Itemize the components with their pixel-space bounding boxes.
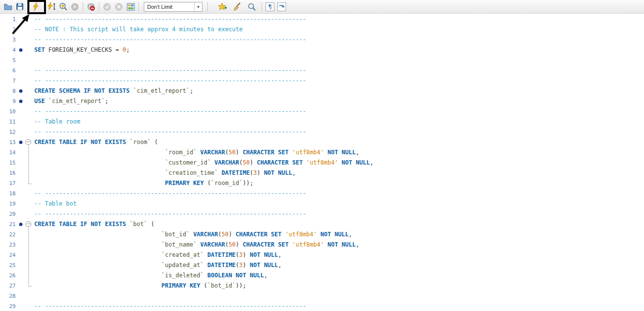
row-limit-dropdown[interactable]: Don't Limit ▾ [144,2,202,12]
code-line: 11-- Table room [0,117,644,127]
line-number: 1 [0,14,18,24]
code-text: USE `cim_etl_report`; [34,96,644,106]
code-token: CHARACTER SET [257,159,303,166]
code-text: -- -------------------------------------… [34,14,644,24]
line-number: 15 [0,158,18,168]
code-token [197,149,200,156]
fold-column [24,188,34,199]
code-line: 16 `creation_time` DATETIME(3) NOT NULL, [0,168,644,178]
fold-collapse-icon[interactable]: − [25,221,31,227]
gutter-marker-column [18,106,24,117]
code-token: CHARACTER SET [243,149,289,156]
code-token: ) [243,262,249,269]
code-token: NOT NULL [320,231,349,238]
execute-statement-button[interactable] [45,1,57,13]
gutter-marker-column [18,301,24,311]
commit-check-icon [103,3,111,11]
code-token: `created_at` [161,251,204,258]
code-text: -- -------------------------------------… [34,106,644,117]
sql-editor[interactable]: 1-- ------------------------------------… [0,14,644,311]
code-token: , [356,149,359,156]
execute-script-button[interactable] [30,1,42,13]
execute-statement-icon [47,2,56,11]
code-token [282,231,285,238]
code-token: `bot_id` [161,231,190,238]
code-token: NOT NULL [236,272,264,279]
code-token: ) [257,169,264,176]
toggle-invisibles-button[interactable]: ¶ [264,1,276,13]
line-number: 12 [0,127,18,137]
explain-magnifier-lightning-icon [59,2,67,11]
commit-button[interactable] [101,1,113,13]
code-line: 23 `bot_name` VARCHAR(50) CHARACTER SET … [0,240,644,250]
fold-column [24,55,34,65]
fold-column [24,250,34,260]
code-line: 29-- -----------------------------------… [0,301,644,311]
beautify-button[interactable] [231,1,243,13]
line-number: 22 [0,229,18,240]
code-token: -- -------------------------------------… [34,36,306,43]
line-number: 7 [0,76,18,86]
toggle-autocommit-button[interactable] [125,1,136,13]
code-token: SET [34,46,45,53]
code-text: -- -------------------------------------… [34,65,644,76]
code-line: 6-- ------------------------------------… [0,65,644,76]
rollback-button[interactable] [113,1,125,13]
code-token: , [292,169,295,176]
stop-execution-button[interactable] [69,1,81,13]
code-line: 26 `is_deleted` BOOLEAN NOT NULL, [0,270,644,281]
code-line: 17 PRIMARY KEY (`room_id`)); [0,178,644,188]
line-number: 2 [0,24,18,35]
line-number: 4 [0,45,18,55]
code-token: CREATE TABLE IF NOT EXISTS [34,139,126,145]
code-token: PRIMARY KEY [165,180,203,187]
gutter-marker-column [18,24,24,35]
code-text: -- NOTE : This script will take approx 4… [34,24,644,35]
fold-column [24,14,34,24]
gutter-marker-column [18,281,24,291]
code-token: 'utf8mb4' [306,159,338,166]
code-token [232,272,236,279]
code-token: -- Table room [34,118,80,125]
code-text: PRIMARY KEY (`bot_id`)); [34,281,644,291]
broom-icon [233,2,242,11]
line-number: 11 [0,117,18,127]
save-snippet-button[interactable] [217,1,228,13]
code-token [204,262,207,269]
code-line: 27 PRIMARY KEY (`bot_id`)); [0,281,644,291]
toggle-stop-on-error-button[interactable] [85,1,97,13]
code-token: CHARACTER SET [243,241,289,248]
fold-column [24,168,34,178]
code-text: SET FOREIGN_KEY_CHECKS = 0; [34,45,644,55]
code-token: 50 [228,241,235,248]
fold-column[interactable]: − [24,219,34,229]
code-text: -- -------------------------------------… [34,209,644,219]
explain-button[interactable] [57,1,69,13]
code-text: -- -------------------------------------… [34,188,644,199]
fold-column [24,178,34,188]
code-text: -- Table room [34,117,644,127]
code-token: NOT NULL [328,241,356,248]
gutter-marker-column [18,65,24,76]
code-token: CREATE SCHEMA IF NOT EXISTS [34,87,130,94]
code-line: 13−CREATE TABLE IF NOT EXISTS `room` ( [0,137,644,147]
toggle-wrap-button[interactable] [276,1,288,13]
gutter-marker-column [18,219,24,229]
code-token: VARCHAR [200,241,225,248]
fold-column [24,35,34,45]
line-number: 24 [0,250,18,260]
statement-marker-dot [19,89,22,93]
code-token: VARCHAR [200,149,225,156]
gutter-marker-column [18,147,24,158]
line-number: 25 [0,260,18,270]
fold-collapse-icon[interactable]: − [25,139,31,145]
code-token: 'utf8mb4' [292,241,324,248]
code-token: 50 [228,149,235,156]
gutter-marker-column [18,96,24,106]
open-script-button[interactable] [2,1,14,13]
stop-icon [71,3,79,11]
fold-column [24,65,34,76]
find-button[interactable] [246,1,258,13]
fold-column[interactable]: − [24,137,34,147]
save-script-button[interactable] [14,1,25,13]
